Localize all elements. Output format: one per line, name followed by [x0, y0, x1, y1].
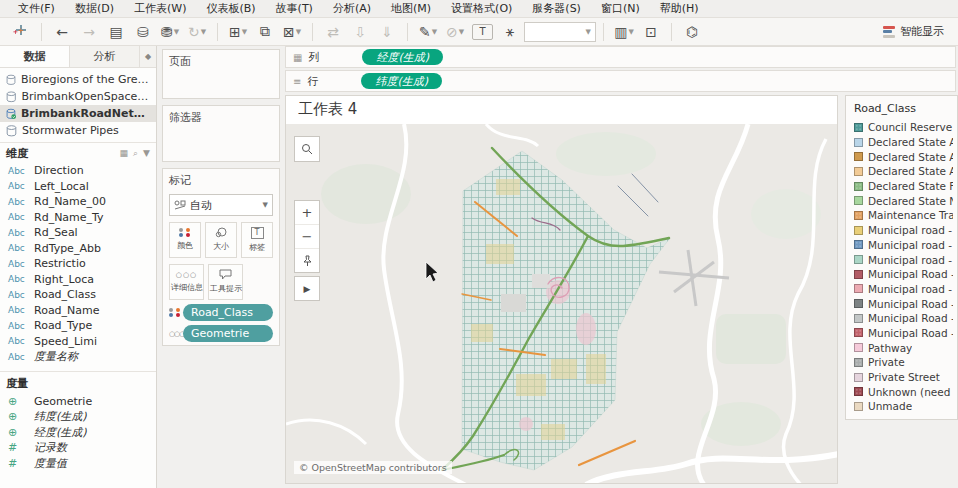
- map-canvas[interactable]: + − ▶ © OpenStreetMap contributors: [286, 124, 837, 483]
- datasource-item[interactable]: Bioregions of the Great ...: [0, 71, 156, 88]
- pill-road-class[interactable]: Road_Class: [183, 304, 273, 321]
- mark-type-dropdown[interactable]: 自动 ▼: [169, 194, 273, 216]
- field-row[interactable]: Abc度量名称: [0, 349, 156, 365]
- legend-item[interactable]: Pathway: [846, 340, 957, 355]
- menu-window[interactable]: 窗口(N): [591, 0, 650, 18]
- datasource-item[interactable]: Stormwater Pipes: [0, 122, 156, 139]
- zoom-out-button[interactable]: −: [295, 225, 319, 249]
- tab-analytics[interactable]: 分析: [70, 46, 140, 67]
- view-grid-icon[interactable]: ▦: [120, 148, 129, 159]
- menu-server[interactable]: 服务器(S): [522, 0, 591, 18]
- zoom-in-button[interactable]: +: [295, 201, 319, 225]
- field-row[interactable]: AbcRdType_Abb: [0, 241, 156, 257]
- caret-down-icon[interactable]: ▼: [143, 148, 150, 159]
- legend-item[interactable]: Municipal Road - Lo..: [846, 267, 957, 282]
- save-icon[interactable]: ▤: [103, 21, 129, 43]
- pane-options-icon[interactable]: ◆: [140, 46, 156, 67]
- refresh-data-icon[interactable]: ↻▼: [184, 21, 210, 43]
- legend-item[interactable]: Private: [846, 355, 957, 370]
- field-row[interactable]: AbcRd_Name_Ty: [0, 210, 156, 226]
- presentation-mode-icon[interactable]: ⊡: [638, 21, 664, 43]
- field-row[interactable]: AbcRestrictio: [0, 256, 156, 272]
- legend-item[interactable]: Municipal road - Col..: [846, 238, 957, 253]
- menu-format[interactable]: 设置格式(O): [441, 0, 522, 18]
- map-search-button[interactable]: [294, 136, 320, 162]
- field-row[interactable]: AbcRoad_Name: [0, 303, 156, 319]
- field-row[interactable]: ⊕纬度(生成): [0, 409, 156, 425]
- new-data-source-icon[interactable]: ⛁: [130, 21, 156, 43]
- legend-item[interactable]: Unmade: [846, 399, 957, 414]
- legend-item[interactable]: Municipal Road - Su..: [846, 326, 957, 341]
- new-worksheet-icon[interactable]: ⊞▼: [225, 21, 251, 43]
- undo-icon[interactable]: ←: [49, 21, 75, 43]
- legend-item[interactable]: Unknown (need to a..: [846, 384, 957, 399]
- legend-item[interactable]: Municipal Road - Su..: [846, 296, 957, 311]
- menu-map[interactable]: 地图(M): [381, 0, 441, 18]
- legend-item[interactable]: Declared State Arteri..: [846, 135, 957, 150]
- legend-item[interactable]: Declared State Arteri..: [846, 149, 957, 164]
- menu-dashboard[interactable]: 仪表板(B): [196, 0, 265, 18]
- field-row[interactable]: AbcRight_Loca: [0, 272, 156, 288]
- field-row[interactable]: AbcLeft_Local: [0, 179, 156, 195]
- legend-item[interactable]: Declared State Arteri..: [846, 164, 957, 179]
- label-button[interactable]: T 标签: [241, 222, 273, 258]
- map-tools-expand-button[interactable]: ▶: [294, 276, 320, 301]
- field-row[interactable]: AbcRd_Name_00: [0, 194, 156, 210]
- legend-item[interactable]: Municipal road - Loc..: [846, 252, 957, 267]
- tableau-logo-icon[interactable]: [8, 21, 34, 43]
- rows-shelf[interactable]: ≡ 行 纬度(生成): [285, 70, 956, 92]
- field-row[interactable]: ⊕Geometrie: [0, 394, 156, 410]
- pages-card[interactable]: 页面: [162, 49, 280, 99]
- field-row[interactable]: AbcRoad_Type: [0, 318, 156, 334]
- group-members-icon[interactable]: ⊘▼: [442, 21, 468, 43]
- datasource-item-selected[interactable]: BrimbankRoadNetwork: [0, 105, 156, 122]
- field-row[interactable]: AbcRd_Seal: [0, 225, 156, 241]
- datasource-item[interactable]: BrimbankOpenSpaceTr...: [0, 88, 156, 105]
- field-row[interactable]: AbcRoad_Class: [0, 287, 156, 303]
- pill-longitude[interactable]: 经度(生成): [362, 49, 443, 65]
- columns-shelf[interactable]: ▦ 列 经度(生成): [285, 46, 956, 68]
- field-row[interactable]: #度量值: [0, 456, 156, 472]
- share-icon[interactable]: ⌬: [679, 21, 705, 43]
- size-button[interactable]: 大小: [205, 222, 237, 258]
- highlight-pen-icon[interactable]: ✎▼: [415, 21, 441, 43]
- menu-story[interactable]: 故事(T): [266, 0, 323, 18]
- filters-card[interactable]: 筛选器: [162, 105, 280, 162]
- legend-item[interactable]: Council Reserve Roa..: [846, 120, 957, 135]
- swap-rows-columns-icon[interactable]: ⇄: [320, 21, 346, 43]
- sort-descending-icon[interactable]: ⇓: [374, 21, 400, 43]
- legend-item[interactable]: Declared State Free..: [846, 179, 957, 194]
- legend-item[interactable]: Municipal road - Loc..: [846, 282, 957, 297]
- duplicate-sheet-icon[interactable]: ⧉: [252, 21, 278, 43]
- field-row[interactable]: ⊕经度(生成): [0, 425, 156, 441]
- sort-ascending-icon[interactable]: ⇩: [347, 21, 373, 43]
- menu-worksheet[interactable]: 工作表(W): [124, 0, 196, 18]
- legend-item[interactable]: Municipal Road - Su..: [846, 311, 957, 326]
- view-size-dropdown[interactable]: ▼: [524, 22, 596, 42]
- menu-data[interactable]: 数据(D): [65, 0, 124, 18]
- detail-button[interactable]: ○○○ 详细信息: [169, 264, 204, 300]
- menu-file[interactable]: 文件(F): [8, 0, 65, 18]
- pill-latitude[interactable]: 纬度(生成): [361, 73, 442, 89]
- menu-help[interactable]: 帮助(H): [650, 0, 709, 18]
- show-me-button[interactable]: 智能显示: [877, 22, 950, 41]
- fix-axes-icon[interactable]: ⚹: [497, 21, 523, 43]
- legend-item[interactable]: Maintenance Track: [846, 208, 957, 223]
- tab-data[interactable]: 数据: [0, 46, 70, 67]
- pill-geometrie[interactable]: Geometrie: [183, 325, 273, 342]
- legend-item[interactable]: Municipal road - Col..: [846, 223, 957, 238]
- clear-sheet-icon[interactable]: ⊠▼: [279, 21, 305, 43]
- redo-icon[interactable]: →: [76, 21, 102, 43]
- field-row[interactable]: #记录数: [0, 440, 156, 456]
- field-row[interactable]: AbcDirection: [0, 163, 156, 179]
- pin-button[interactable]: [295, 249, 319, 272]
- pause-data-updates-icon[interactable]: ⛃▼: [157, 21, 183, 43]
- legend-item[interactable]: Declared State Non-..: [846, 193, 957, 208]
- show-hide-cards-icon[interactable]: ▥▼: [611, 21, 637, 43]
- menu-analysis[interactable]: 分析(A): [323, 0, 381, 18]
- field-row[interactable]: AbcSpeed_Limi: [0, 334, 156, 350]
- search-icon[interactable]: ⌕: [133, 148, 138, 159]
- color-button[interactable]: 颜色: [169, 222, 201, 258]
- tooltip-button[interactable]: 工具提示: [208, 264, 243, 300]
- text-label-icon[interactable]: T: [472, 24, 493, 40]
